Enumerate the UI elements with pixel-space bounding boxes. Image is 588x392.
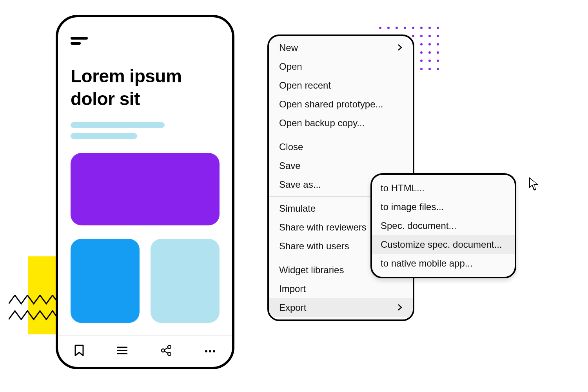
svg-point-37 xyxy=(420,60,423,62)
menu-item-label: Import xyxy=(279,283,306,294)
menu-item-label: Share with users xyxy=(279,241,349,252)
svg-point-5 xyxy=(420,27,423,29)
menu-item-new[interactable]: New xyxy=(269,38,413,57)
svg-point-38 xyxy=(428,60,431,62)
mouse-cursor-icon xyxy=(528,176,540,192)
svg-point-4 xyxy=(412,27,414,29)
svg-point-15 xyxy=(437,35,439,37)
hamburger-icon[interactable] xyxy=(71,37,88,46)
menu-item-open-recent[interactable]: Open recent xyxy=(269,76,413,95)
svg-line-56 xyxy=(164,348,168,350)
svg-point-21 xyxy=(420,43,423,45)
svg-point-13 xyxy=(420,35,423,37)
tab-bar xyxy=(58,335,232,367)
menu-item-label: to image files... xyxy=(381,201,444,212)
svg-point-22 xyxy=(428,43,431,45)
svg-point-7 xyxy=(437,27,439,29)
more-icon[interactable] xyxy=(204,348,216,355)
card-small-lightblue[interactable] xyxy=(151,239,220,323)
menu-item-label: Save xyxy=(279,160,301,171)
submenu-item-native-app[interactable]: to native mobile app... xyxy=(372,254,515,273)
svg-point-47 xyxy=(437,68,439,70)
svg-point-59 xyxy=(209,350,211,352)
svg-point-1 xyxy=(387,27,390,29)
menu-item-label: Open xyxy=(279,61,302,72)
share-icon[interactable] xyxy=(160,345,172,358)
submenu-item-spec-doc[interactable]: Spec. document... xyxy=(372,216,515,235)
menu-item-label: Simulate xyxy=(279,203,316,214)
svg-point-2 xyxy=(396,27,398,29)
svg-point-46 xyxy=(428,68,431,70)
menu-item-label: Save as... xyxy=(279,179,321,190)
subtitle-placeholder xyxy=(71,122,165,144)
menu-item-label: Open recent xyxy=(279,80,331,91)
menu-item-label: Share with reviewers xyxy=(279,222,367,233)
menu-item-save[interactable]: Save xyxy=(269,156,413,175)
svg-point-12 xyxy=(412,35,414,37)
svg-point-31 xyxy=(437,51,439,54)
submenu-item-customize-spec[interactable]: Customize spec. document... xyxy=(372,235,515,254)
menu-item-label: Customize spec. document... xyxy=(381,239,502,250)
menu-item-open[interactable]: Open xyxy=(269,57,413,76)
decorative-zigzag xyxy=(9,295,60,330)
svg-point-3 xyxy=(404,27,406,29)
svg-point-58 xyxy=(205,350,207,352)
menu-item-label: to HTML... xyxy=(381,183,425,194)
svg-point-60 xyxy=(213,350,215,352)
menu-item-close[interactable]: Close xyxy=(269,138,413,156)
menu-item-open-backup[interactable]: Open backup copy... xyxy=(269,114,413,132)
phone-mockup: Lorem ipsum dolor sit xyxy=(56,15,234,369)
export-submenu: to HTML... to image files... Spec. docum… xyxy=(370,173,516,278)
svg-point-0 xyxy=(379,27,381,29)
svg-point-45 xyxy=(420,68,423,70)
svg-point-39 xyxy=(437,60,439,62)
menu-item-label: Widget libraries xyxy=(279,265,344,276)
menu-item-label: Close xyxy=(279,142,303,152)
card-small-blue[interactable] xyxy=(71,239,140,323)
menu-item-label: New xyxy=(279,42,298,53)
menu-item-import[interactable]: Import xyxy=(269,279,413,298)
svg-point-14 xyxy=(428,35,431,37)
title-line-2: dolor sit xyxy=(71,89,140,109)
page-title: Lorem ipsum dolor sit xyxy=(71,65,181,110)
menu-item-export[interactable]: Export xyxy=(269,298,413,317)
svg-point-29 xyxy=(420,51,423,54)
bookmark-icon[interactable] xyxy=(74,345,84,358)
svg-point-23 xyxy=(437,43,439,45)
svg-line-57 xyxy=(164,351,168,353)
menu-item-open-shared[interactable]: Open shared prototype... xyxy=(269,95,413,114)
submenu-item-to-html[interactable]: to HTML... xyxy=(372,179,515,198)
submenu-item-to-image[interactable]: to image files... xyxy=(372,198,515,216)
menu-item-label: Open backup copy... xyxy=(279,118,365,129)
menu-item-label: to native mobile app... xyxy=(381,258,473,269)
card-large-purple[interactable] xyxy=(71,153,220,225)
menu-item-label: Open shared prototype... xyxy=(279,99,383,110)
menu-item-label: Export xyxy=(279,302,306,313)
svg-point-6 xyxy=(428,27,431,29)
title-line-1: Lorem ipsum xyxy=(71,66,181,86)
list-icon[interactable] xyxy=(116,346,128,357)
svg-point-30 xyxy=(428,51,431,54)
chevron-right-icon xyxy=(397,42,403,53)
menu-item-label: Spec. document... xyxy=(381,220,456,231)
chevron-right-icon xyxy=(397,302,403,313)
